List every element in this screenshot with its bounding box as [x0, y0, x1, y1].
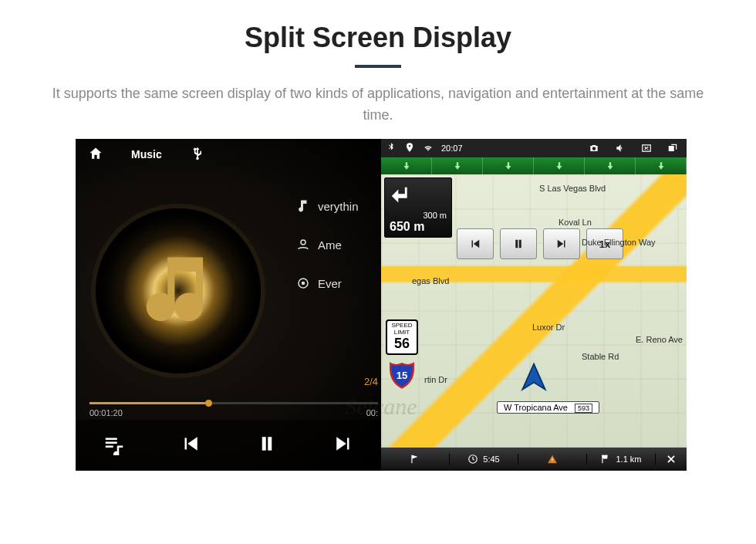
- arrow-down-icon: [605, 160, 616, 171]
- progress-area[interactable]: 00:01:20 00:: [89, 402, 378, 404]
- vehicle-marker: [517, 361, 551, 395]
- map-poi-label: Duke Ellington Way: [582, 238, 656, 247]
- clock-value: 20:07: [441, 144, 463, 153]
- playlist-icon[interactable]: [103, 432, 126, 458]
- current-street-banner: W Tropicana Ave 593: [497, 401, 599, 414]
- track-item[interactable]: Ame: [296, 225, 381, 264]
- arrow-down-icon: [656, 160, 667, 171]
- page-description: It supports the same screen display of t…: [46, 83, 710, 127]
- nav-footer: 5:45 1.1 km: [381, 448, 687, 471]
- svg-rect-6: [602, 455, 604, 457]
- progress-knob[interactable]: [205, 400, 212, 407]
- map-poi-label: Koval Ln: [559, 218, 592, 227]
- device-screenshot: Music verythin Ame: [76, 139, 687, 471]
- total-time: 00:: [366, 408, 378, 417]
- note-icon: [296, 199, 310, 213]
- close-icon: [666, 454, 677, 465]
- map-canvas[interactable]: 300 m 650 m 1x SPEED LIMIT 56 15 S Las V…: [381, 174, 687, 448]
- music-header-label: Music: [131, 148, 162, 160]
- turn-left-icon: [390, 183, 416, 209]
- sim-pause-button[interactable]: [500, 228, 537, 259]
- track-item[interactable]: Ever: [296, 264, 381, 302]
- close-app-icon[interactable]: [637, 141, 656, 155]
- arrow-down-icon: [503, 160, 514, 171]
- svg-point-0: [301, 240, 305, 245]
- clock-icon: [467, 454, 478, 465]
- wifi-icon: [423, 142, 434, 154]
- footer-menu-button[interactable]: [381, 454, 450, 465]
- track-counter: 2/4: [364, 376, 378, 387]
- music-note-icon: [136, 247, 221, 332]
- status-bar: 20:07: [381, 139, 687, 157]
- music-pane: Music verythin Ame: [76, 139, 381, 471]
- svg-rect-7: [606, 455, 607, 457]
- navigation-pane: 20:07 300 m 650 m: [381, 139, 687, 471]
- arrow-down-icon: [401, 160, 412, 171]
- elapsed-time: 00:01:20: [89, 408, 123, 417]
- track-list: verythin Ame Ever: [296, 187, 381, 302]
- target-icon: [296, 276, 310, 290]
- map-poi-label: E. Reno Ave: [636, 335, 683, 344]
- flag-icon: [410, 454, 420, 465]
- footer-eta[interactable]: 5:45: [450, 454, 518, 465]
- footer-distance[interactable]: 1.1 km: [587, 454, 656, 465]
- home-icon[interactable]: [88, 146, 103, 164]
- progress-fill: [89, 402, 205, 404]
- album-art: [96, 208, 261, 373]
- lane-guidance-bar: [381, 157, 687, 174]
- turn-instruction: 300 m 650 m: [384, 177, 452, 238]
- music-controls: [76, 420, 381, 471]
- person-icon: [296, 238, 310, 252]
- map-poi-label: egas Blvd: [412, 276, 449, 286]
- volume-icon[interactable]: [611, 141, 629, 155]
- map-poi-label: S Las Vegas Blvd: [539, 184, 606, 193]
- multitask-icon[interactable]: [663, 141, 682, 155]
- footer-warning[interactable]: [518, 454, 587, 465]
- arrow-down-icon: [554, 160, 565, 171]
- music-header: Music: [76, 139, 381, 170]
- dest-flag-icon: [600, 454, 611, 465]
- prev-track-icon[interactable]: [179, 432, 202, 458]
- warning-icon: [547, 454, 558, 465]
- screenshot-icon[interactable]: [585, 141, 603, 155]
- footer-close-button[interactable]: [656, 454, 687, 465]
- svg-text:15: 15: [397, 370, 408, 381]
- usb-icon[interactable]: [190, 146, 205, 164]
- track-item[interactable]: verythin: [296, 187, 381, 225]
- title-underline: [355, 65, 401, 68]
- svg-rect-9: [602, 458, 603, 463]
- arrow-down-icon: [452, 160, 463, 171]
- speed-limit-sign: SPEED LIMIT 56: [386, 319, 418, 355]
- interstate-shield: 15: [389, 361, 415, 389]
- svg-rect-8: [604, 457, 606, 458]
- sim-next-button[interactable]: [543, 228, 580, 259]
- map-poi-label: Stable Rd: [582, 352, 619, 361]
- map-poi-label: Luxor Dr: [532, 323, 565, 332]
- bluetooth-icon: [386, 142, 397, 154]
- location-icon: [404, 142, 415, 154]
- map-poi-label: rtin Dr: [424, 375, 447, 384]
- svg-point-2: [302, 282, 305, 286]
- page-title: Split Screen Display: [0, 22, 756, 54]
- next-track-icon[interactable]: [332, 432, 355, 458]
- sim-prev-button[interactable]: [457, 228, 494, 259]
- pause-icon[interactable]: [255, 432, 278, 458]
